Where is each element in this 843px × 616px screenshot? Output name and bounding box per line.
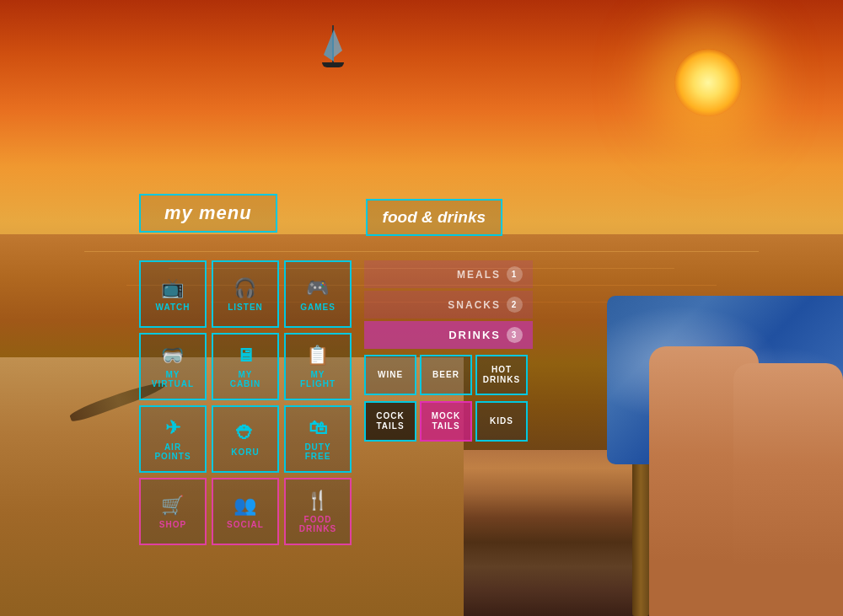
games-item[interactable]: 🎮 GAMES — [284, 260, 352, 328]
my-flight-icon: 📋 — [306, 345, 330, 367]
kids-label: KIDS — [490, 416, 513, 426]
menu-grid: 📺 WATCH 🎧 LISTEN 🎮 GAMES 🥽 MYVIRTUAL 🖥 M… — [139, 260, 352, 545]
sun — [674, 49, 742, 116]
watch-label: WATCH — [156, 303, 191, 312]
wine-label: WINE — [378, 370, 403, 380]
drinks-row[interactable]: DRINKS 3 — [364, 321, 533, 349]
watch-item[interactable]: 📺 WATCH — [139, 260, 207, 328]
meals-label: MEALS — [457, 269, 501, 281]
koru-icon: ⛑ — [236, 422, 255, 444]
my-flight-item[interactable]: 📋 MYFLIGHT — [284, 333, 352, 400]
social-item[interactable]: 👥 SOCIAL — [212, 478, 279, 545]
listen-item[interactable]: 🎧 LISTEN — [212, 260, 279, 328]
listen-icon: 🎧 — [234, 277, 257, 299]
listen-label: LISTEN — [228, 303, 263, 312]
wine-item[interactable]: WINE — [364, 355, 416, 395]
mocktails-label: MOCKTAILS — [432, 411, 461, 431]
shop-icon: 🛒 — [161, 495, 185, 517]
mocktails-item[interactable]: MOCKTAILS — [420, 401, 472, 442]
games-label: GAMES — [300, 303, 336, 312]
drinks-label: DRINKS — [448, 329, 501, 341]
beer-item[interactable]: BEER — [420, 355, 472, 395]
drinks-grid-row1: WINE BEER HOTDRINKS — [364, 355, 533, 395]
my-flight-label: MYFLIGHT — [300, 370, 336, 388]
meals-row[interactable]: MEALS 1 — [364, 260, 533, 288]
chair-arm — [632, 447, 649, 616]
header-row: my menu food & drinks — [139, 194, 586, 248]
leg-right — [733, 363, 843, 616]
drinks-grid-row2: COCKTAILS MOCKTAILS KIDS — [364, 401, 533, 442]
kids-item[interactable]: KIDS — [475, 401, 528, 442]
main-ui: my menu food & drinks 📺 WATCH 🎧 LISTEN 🎮… — [139, 194, 586, 545]
snacks-row[interactable]: SNACKS 2 — [364, 291, 533, 319]
watch-icon: 📺 — [161, 277, 185, 299]
beer-label: BEER — [432, 370, 459, 380]
my-cabin-label: MYCABIN — [230, 370, 261, 388]
sailboat — [320, 25, 346, 67]
boat-hull — [322, 62, 344, 67]
drinks-badge: 3 — [507, 327, 523, 343]
snacks-label: SNACKS — [448, 299, 501, 311]
hot-drinks-item[interactable]: HOTDRINKS — [475, 355, 528, 395]
duty-free-icon: 🛍 — [309, 417, 328, 439]
air-points-item[interactable]: ✈ AIRPOINTS — [139, 405, 207, 473]
cocktails-item[interactable]: COCKTAILS — [364, 401, 416, 442]
shop-item[interactable]: 🛒 SHOP — [139, 478, 207, 545]
hot-drinks-label: HOTDRINKS — [483, 365, 520, 385]
content-area: 📺 WATCH 🎧 LISTEN 🎮 GAMES 🥽 MYVIRTUAL 🖥 M… — [139, 260, 586, 545]
food-drinks-icon: 🍴 — [306, 490, 330, 512]
games-icon: 🎮 — [306, 277, 330, 299]
my-menu-title[interactable]: my menu — [139, 194, 277, 233]
category-rows: MEALS 1 SNACKS 2 DRINKS 3 WINE — [364, 260, 533, 442]
sail-right — [334, 29, 342, 57]
social-icon: 👥 — [234, 495, 257, 517]
my-virtual-item[interactable]: 🥽 MYVIRTUAL — [139, 333, 207, 400]
food-drinks-item[interactable]: 🍴 FOODDRINKS — [284, 478, 352, 545]
social-label: SOCIAL — [227, 520, 264, 529]
my-virtual-icon: 🥽 — [161, 345, 185, 367]
food-drinks-item-label: FOODDRINKS — [299, 515, 336, 533]
my-cabin-item[interactable]: 🖥 MYCABIN — [212, 333, 279, 400]
air-points-icon: ✈ — [165, 417, 181, 439]
shop-label: SHOP — [159, 520, 186, 529]
duty-free-label: DUTYFREE — [304, 442, 330, 461]
meals-badge: 1 — [507, 266, 523, 282]
koru-item[interactable]: ⛑ KORU — [212, 405, 279, 473]
food-drinks-title[interactable]: food & drinks — [366, 199, 502, 236]
air-points-label: AIRPOINTS — [154, 442, 191, 461]
snacks-badge: 2 — [507, 297, 523, 313]
my-cabin-icon: 🖥 — [236, 345, 255, 367]
sail-left — [324, 29, 334, 62]
duty-free-item[interactable]: 🛍 DUTYFREE — [284, 405, 352, 473]
my-virtual-label: MYVIRTUAL — [152, 370, 194, 388]
koru-label: KORU — [231, 447, 259, 457]
cocktails-label: COCKTAILS — [376, 411, 404, 431]
food-drinks-section: MEALS 1 SNACKS 2 DRINKS 3 WINE — [364, 260, 533, 442]
